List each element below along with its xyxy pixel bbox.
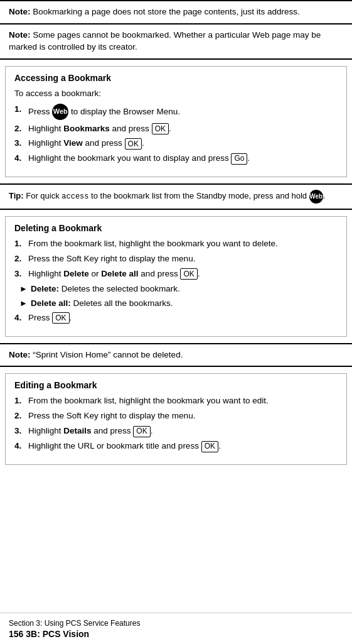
note3-label: Note: (9, 350, 31, 359)
tip-label: Tip: (9, 192, 24, 201)
step-content: Highlight the URL or bookmark title and … (28, 440, 338, 452)
ok-badge: OK (180, 268, 197, 280)
step-content: Highlight the bookmark you want to displ… (28, 153, 338, 165)
step-content: From the bookmark list, highlight the bo… (28, 395, 338, 407)
step-content: From the bookmark list, highlight the bo… (28, 238, 338, 250)
accessing-title: Accessing a Bookmark (14, 73, 338, 83)
step-num: 4. (14, 440, 28, 452)
arrow-icon: ► (19, 298, 31, 309)
tip-text: Tip: For quick access to the bookmark li… (9, 190, 343, 204)
deleting-section: Deleting a Bookmark 1. From the bookmark… (5, 216, 347, 336)
ok-badge: OK (125, 138, 142, 150)
go-badge: Go (231, 153, 247, 165)
note-block-2: Note: Some pages cannot be bookmarked. W… (0, 25, 352, 60)
step-num: 4. (14, 312, 28, 324)
step-num: 3. (14, 425, 28, 437)
note1-text: Note: Bookmarking a page does not store … (9, 6, 343, 18)
step-content: Press the Soft Key right to display the … (28, 253, 338, 265)
deleting-step-4: 4. Press OK. (14, 312, 338, 324)
step-content: Press the Soft Key right to display the … (28, 410, 338, 422)
step-content: Highlight Delete or Delete all and press… (28, 268, 338, 280)
accessing-step-4: 4. Highlight the bookmark you want to di… (14, 153, 338, 165)
step-num: 2. (14, 410, 28, 422)
step-num: 2. (14, 253, 28, 265)
bullet-content: Delete: Deletes the selected bookmark. (31, 283, 338, 295)
step-num: 4. (14, 153, 28, 165)
editing-step-4: 4. Highlight the URL or bookmark title a… (14, 440, 338, 452)
step-num: 2. (14, 123, 28, 135)
step-num: 1. (14, 238, 28, 250)
footer: Section 3: Using PCS Service Features 15… (0, 613, 352, 644)
accessing-step-3: 3. Highlight View and press OK. (14, 138, 338, 150)
step-content: Highlight Details and press OK. (28, 425, 338, 437)
footer-sub: Section 3: Using PCS Service Features (9, 618, 343, 629)
bullet-delete-all: ► Delete all: Deletes all the bookmarks. (19, 298, 338, 310)
accessing-step-2: 2. Highlight Bookmarks and press OK. (14, 123, 338, 135)
accessing-section: Accessing a Bookmark To access a bookmar… (5, 66, 347, 178)
web-badge-tip: Web (309, 190, 323, 204)
step-num: 1. (14, 395, 28, 407)
step-content: Press Web to display the Browser Menu. (28, 104, 338, 120)
editing-title: Editing a Bookmark (14, 380, 338, 390)
note1-label: Note: (9, 7, 31, 16)
note-block-3: Note: “Sprint Vision Home” cannot be del… (0, 343, 352, 368)
arrow-icon: ► (19, 283, 31, 295)
page-wrapper: Note: Bookmarking a page does not store … (0, 0, 352, 644)
editing-step-2: 2. Press the Soft Key right to display t… (14, 410, 338, 422)
step-num: 3. (14, 268, 28, 280)
note-block-1: Note: Bookmarking a page does not store … (0, 0, 352, 25)
footer-main: 156 3B: PCS Vision (9, 629, 343, 639)
editing-step-3: 3. Highlight Details and press OK. (14, 425, 338, 437)
ok-badge: OK (201, 441, 218, 452)
note2-text: Note: Some pages cannot be bookmarked. W… (9, 30, 343, 53)
step-num: 3. (14, 138, 28, 150)
deleting-step-3: 3. Highlight Delete or Delete all and pr… (14, 268, 338, 280)
tip-block: Tip: For quick access to the bookmark li… (0, 183, 352, 210)
tip-mono: access (61, 193, 88, 202)
note3-text: Note: “Sprint Vision Home” cannot be del… (9, 349, 343, 361)
deleting-step-1: 1. From the bookmark list, highlight the… (14, 238, 338, 250)
step-content: Press OK. (28, 312, 338, 324)
step-content: Highlight Bookmarks and press OK. (28, 123, 338, 135)
ok-badge: OK (152, 123, 169, 134)
bullet-content: Delete all: Deletes all the bookmarks. (31, 298, 338, 310)
accessing-step-1: 1. Press Web to display the Browser Menu… (14, 104, 338, 120)
bullet-delete: ► Delete: Deletes the selected bookmark. (19, 283, 338, 295)
ok-badge: OK (133, 426, 150, 437)
deleting-title: Deleting a Bookmark (14, 223, 338, 233)
deleting-step-2: 2. Press the Soft Key right to display t… (14, 253, 338, 265)
step-content: Highlight View and press OK. (28, 138, 338, 150)
web-badge: Web (52, 104, 68, 120)
ok-badge: OK (52, 312, 69, 324)
editing-step-1: 1. From the bookmark list, highlight the… (14, 395, 338, 407)
note2-label: Note: (9, 30, 31, 40)
editing-section: Editing a Bookmark 1. From the bookmark … (5, 373, 347, 465)
accessing-intro: To access a bookmark: (14, 88, 338, 100)
step-num: 1. (14, 104, 28, 116)
